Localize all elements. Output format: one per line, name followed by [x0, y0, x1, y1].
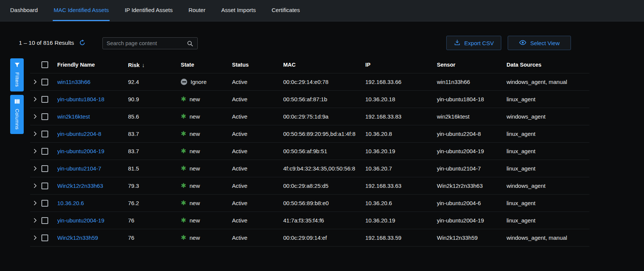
mac-value: 41:7a:f3:35:f4:f6: [283, 217, 365, 224]
results-count-text: 1 – 10 of 816 Results: [19, 40, 74, 46]
tab-ip-identified-assets[interactable]: IP Identified Assets: [124, 0, 173, 21]
friendly-name-link[interactable]: Win2k12r2n33h63: [57, 183, 103, 189]
header-risk-label: Risk: [128, 62, 140, 68]
expand-chevron-icon[interactable]: [32, 131, 41, 137]
friendly-name-link[interactable]: win2k16ktest: [57, 113, 90, 120]
status-value: Active: [232, 183, 283, 189]
row-checkbox[interactable]: [41, 217, 48, 224]
expand-chevron-icon[interactable]: [32, 183, 41, 189]
header-ip[interactable]: IP: [365, 62, 437, 68]
new-state-icon: ✱: [181, 200, 186, 206]
sensor-value: Win2k12r2n33h63: [437, 183, 507, 189]
state-label: Ignore: [191, 79, 207, 85]
header-data-sources[interactable]: Data Sources: [507, 62, 589, 68]
expand-chevron-icon[interactable]: [32, 218, 41, 223]
header-state[interactable]: State: [181, 62, 232, 68]
row-checkbox[interactable]: [41, 200, 48, 207]
tab-certificates[interactable]: Certificates: [271, 0, 301, 21]
state-label: new: [189, 148, 200, 154]
sensor-value: yin-ubuntu2004-6: [437, 200, 507, 206]
status-value: Active: [232, 79, 283, 85]
new-state-icon: ✱: [181, 96, 186, 102]
table-row: yin-ubuntu2004-19 83.7 ✱ new Active 00:5…: [30, 143, 589, 160]
expand-chevron-icon[interactable]: [32, 200, 41, 206]
expand-chevron-icon[interactable]: [32, 96, 41, 102]
table-row: yin-ubuntu1804-18 90.9 ✱ new Active 00:5…: [30, 91, 589, 108]
tab-asset-imports[interactable]: Asset Imports: [220, 0, 256, 21]
row-checkbox[interactable]: [41, 234, 48, 241]
data-sources-value: windows_agent, manual: [507, 79, 589, 85]
ip-value: 10.36.20.19: [365, 217, 437, 224]
sensor-value: yin-ubuntu2204-8: [437, 131, 507, 137]
new-state-icon: ✱: [181, 217, 186, 224]
table-row: yin-ubuntu2104-7 81.5 ✱ new Active 4f:c9…: [30, 160, 589, 177]
row-checkbox[interactable]: [41, 113, 48, 120]
header-sensor[interactable]: Sensor: [437, 62, 507, 68]
expand-chevron-icon[interactable]: [32, 79, 41, 85]
export-csv-button[interactable]: Export CSV: [446, 36, 501, 50]
row-checkbox[interactable]: [41, 165, 48, 172]
header-friendly-name[interactable]: Friendly Name: [57, 62, 128, 68]
status-value: Active: [232, 234, 283, 241]
select-all-checkbox[interactable]: [41, 61, 48, 68]
download-icon: [454, 39, 461, 47]
table-header-row: Friendly Name Risk↓ State Status MAC IP …: [30, 56, 589, 73]
data-sources-value: windows_agent, manual: [507, 234, 589, 241]
header-status[interactable]: Status: [232, 62, 283, 68]
data-sources-value: windows_agent: [507, 183, 589, 189]
top-navigation: Dashboard MAC Identified Assets IP Ident…: [0, 0, 644, 21]
risk-value: 76.2: [128, 200, 181, 206]
sensor-value: yin-ubuntu1804-18: [437, 96, 507, 102]
row-checkbox[interactable]: [41, 183, 48, 189]
ignore-state-icon: [181, 79, 187, 85]
friendly-name-link[interactable]: yin-ubuntu1804-18: [57, 96, 104, 102]
friendly-name-link[interactable]: yin-ubuntu2004-19: [57, 148, 104, 154]
data-sources-value: linux_agent: [507, 131, 589, 137]
expand-chevron-icon[interactable]: [32, 148, 41, 154]
filter-funnel-icon: [14, 62, 20, 70]
friendly-name-link[interactable]: win11n33h66: [57, 79, 90, 85]
ip-value: 10.36.20.8: [365, 131, 437, 137]
filters-button[interactable]: Filters: [10, 58, 24, 91]
search-input[interactable]: [107, 40, 186, 46]
friendly-name-link[interactable]: yin-ubuntu2204-8: [57, 131, 101, 137]
state-label: new: [189, 131, 200, 137]
status-value: Active: [232, 165, 283, 172]
new-state-icon: ✱: [181, 234, 186, 241]
table-row: yin-ubuntu2204-8 83.7 ✱ new Active 00:50…: [30, 125, 589, 143]
row-checkbox[interactable]: [41, 96, 48, 103]
friendly-name-link[interactable]: 10.36.20.6: [57, 200, 84, 206]
tab-mac-identified-assets[interactable]: MAC Identified Assets: [53, 0, 110, 21]
header-risk[interactable]: Risk↓: [128, 62, 181, 68]
expand-chevron-icon[interactable]: [32, 114, 41, 119]
sensor-value: win2k16ktest: [437, 113, 507, 120]
tab-dashboard[interactable]: Dashboard: [9, 0, 38, 21]
columns-button[interactable]: Columns: [10, 95, 24, 134]
mac-value: 00:0c:29:14:e0:78: [283, 79, 365, 85]
ip-value: 192.168.33.66: [365, 79, 437, 85]
friendly-name-link[interactable]: Win2k12n33h59: [57, 234, 98, 241]
sensor-value: win11n33h66: [437, 79, 507, 85]
expand-chevron-icon[interactable]: [32, 166, 41, 171]
risk-value: 83.7: [128, 148, 181, 154]
mac-value: 00:50:56:af:87:1b: [283, 96, 365, 102]
mac-value: 00:0c:29:75:1d:9a: [283, 113, 365, 120]
row-checkbox[interactable]: [41, 79, 48, 85]
sort-descending-icon[interactable]: ↓: [142, 62, 145, 68]
table-row: Win2k12r2n33h63 79.3 ✱ new Active 00:0c:…: [30, 177, 589, 195]
risk-value: 83.7: [128, 131, 181, 137]
row-checkbox[interactable]: [41, 148, 48, 155]
row-checkbox[interactable]: [41, 131, 48, 137]
friendly-name-link[interactable]: yin-ubuntu2104-7: [57, 165, 101, 172]
state-label: new: [189, 165, 200, 172]
friendly-name-link[interactable]: yin-ubuntu2004-19: [57, 217, 104, 224]
expand-chevron-icon[interactable]: [32, 235, 41, 241]
header-mac[interactable]: MAC: [283, 62, 365, 68]
risk-value: 85.6: [128, 113, 181, 120]
refresh-icon[interactable]: [79, 39, 86, 46]
table-body: win11n33h66 92.4 Ignore Active 00:0c:29:…: [30, 73, 589, 247]
tab-router[interactable]: Router: [188, 0, 206, 21]
search-icon[interactable]: [186, 40, 194, 47]
ip-value: 10.36.20.19: [365, 148, 437, 154]
select-view-button[interactable]: Select View: [508, 36, 571, 50]
